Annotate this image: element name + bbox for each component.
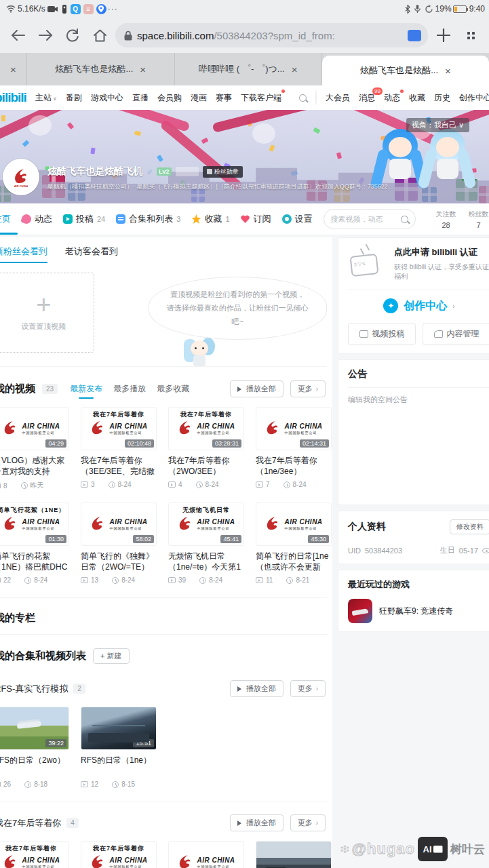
video-card[interactable]: AIR CHINA中国国际航空公司02:14:31我在7年后等着你（1ne/3e…: [256, 407, 332, 490]
tabs-menu-button[interactable]: [459, 24, 482, 47]
space-nav-合集和列表[interactable]: 合集和列表3: [116, 203, 180, 235]
sort-最多播放[interactable]: 最多播放: [113, 383, 146, 395]
view-switch-button[interactable]: 视角：我自己 ∨: [406, 118, 469, 132]
close-tab-icon[interactable]: ×: [292, 64, 298, 75]
space-nav-收藏[interactable]: 收藏1: [191, 203, 229, 235]
header-nav-历史[interactable]: 历史: [434, 92, 450, 104]
header-nav-大会员[interactable]: 大会员: [326, 92, 350, 104]
collection-name[interactable]: RFS-真实飞行模拟: [0, 683, 68, 695]
video-title[interactable]: RFS的日常（1ne）: [81, 755, 157, 776]
set-pinned-video-button[interactable]: + 设置置顶视频: [0, 273, 94, 353]
more-button[interactable]: 更多›: [290, 380, 326, 397]
eye-icon[interactable]: [482, 548, 489, 553]
space-nav-主页[interactable]: 主页: [0, 203, 11, 235]
address-bar[interactable]: space.bilibili.com/503844203?spm_id_from…: [115, 23, 428, 47]
close-tab-icon[interactable]: ×: [445, 65, 451, 77]
bilibili-logo[interactable]: bilibili: [0, 90, 26, 105]
close-tab-icon[interactable]: ×: [140, 64, 146, 75]
user-avatar[interactable]: AIR CHINA: [3, 159, 39, 195]
video-title[interactable]: 我在7年后等着你（2WO/3EE）: [168, 455, 244, 477]
duration-badge: 45:41: [220, 535, 241, 543]
video-card[interactable]: AIR CHINA中国国际航空公司简单飞行花絮（1NE）01:30简单飞行的花絮…: [0, 502, 69, 584]
header-nav-消息[interactable]: 消息99: [359, 92, 375, 104]
member-badge[interactable]: [176, 167, 199, 176]
banner-art: [336, 152, 342, 159]
header-nav-游戏中心[interactable]: 游戏中心: [91, 92, 123, 104]
space-search-input[interactable]: 搜索视频，动态: [324, 209, 416, 229]
video-title[interactable]: 简单飞行的《独舞》日常（2WO/=TE）我还是更新了，真的是更新: [81, 551, 157, 572]
fan-medal-badge[interactable]: 粉丝勋章: [203, 166, 243, 178]
more-button[interactable]: 更多›: [290, 680, 326, 697]
video-card[interactable]: AIR CHINA中国国际航空公司02:14:31我在7年后等着你（1ne/3e…: [168, 841, 244, 868]
video-title[interactable]: 无烦恼飞机日常（1ne/=te）今天第1次玩这个游戏，有点不太会: [168, 551, 244, 572]
new-tab-button[interactable]: [432, 24, 455, 47]
upload-video-button[interactable]: 视频投稿: [348, 323, 416, 345]
header-nav-番剧[interactable]: 番剧: [66, 92, 82, 104]
header-nav-创作中心[interactable]: 创作中心: [459, 92, 489, 104]
search-icon[interactable]: [299, 94, 307, 102]
header-nav-会员购[interactable]: 会员购: [157, 92, 182, 104]
header-nav-直播[interactable]: 直播: [132, 92, 149, 104]
video-title[interactable]: （VLOG）感谢大家一直对我的支持: [0, 455, 69, 477]
header-nav-收藏[interactable]: 收藏: [409, 92, 425, 104]
video-card[interactable]: AIR CHINA中国国际航空公司04:29（VLOG）感谢大家一直对我的支持8…: [0, 407, 69, 490]
video-title[interactable]: 我在7年后等着你（1ne/3ee）: [256, 455, 332, 477]
home-button[interactable]: [88, 24, 111, 47]
space-nav-动态[interactable]: 动态: [22, 203, 52, 235]
back-button[interactable]: [7, 24, 30, 47]
video-title[interactable]: 我在7年后等着你（3EE/3EE、完结撒花）: [81, 455, 157, 477]
stat-关注数[interactable]: 关注数28: [436, 210, 456, 229]
stat-粉丝数[interactable]: 粉丝数7: [469, 210, 489, 229]
video-card[interactable]: 39:22RFS的日常（2wo）268-18: [0, 707, 69, 788]
more-button[interactable]: 更多›: [290, 814, 326, 831]
reload-button[interactable]: [61, 24, 84, 47]
video-card[interactable]: 37:58极限看楼日常（3ee）/我的世界花絮/我在7年后等着你预告158-19: [256, 841, 332, 868]
notification-dot: [281, 90, 285, 93]
browser-tab[interactable]: 炫酷飞车也是炫酷...×: [27, 53, 175, 85]
play-all-button[interactable]: 播放全部: [230, 680, 283, 697]
video-title[interactable]: 简单飞行的花絮（1NE）搭巴航DHC Dash 8: [0, 551, 69, 572]
new-collection-button[interactable]: + 新建: [93, 648, 130, 664]
video-card[interactable]: AIR CHINA中国国际航空公司我在7年后等着你03:28:31我在7年后等着…: [168, 407, 244, 490]
edit-profile-button[interactable]: 修改资料: [450, 519, 489, 534]
browser-tab[interactable]: 炫酷飞车也是炫酷...×: [322, 56, 489, 85]
close-tab-icon[interactable]: ×: [10, 64, 16, 75]
space-nav-投稿[interactable]: 投稿24: [63, 203, 105, 235]
date-icon: [109, 481, 115, 488]
creation-center-link[interactable]: ✦ 创作中心 ›: [348, 298, 489, 313]
video-card[interactable]: AIR CHINA中国国际航空公司58:02简单飞行的《独舞》日常（2WO/=T…: [81, 502, 157, 584]
video-card[interactable]: AIR CHINA中国国际航空公司我在7年后等着你02:10:48我在7年后等着…: [0, 841, 69, 868]
video-meta: 398-24: [168, 576, 244, 584]
video-card[interactable]: 15:51RFS的日常（1ne）128-15: [81, 707, 157, 788]
video-card[interactable]: AIR CHINA中国国际航空公司无烦恼飞机日常45:41无烦恼飞机日常（1ne…: [168, 502, 244, 584]
content-manage-button[interactable]: 内容管理: [423, 323, 489, 345]
header-avatar[interactable]: [315, 90, 317, 105]
header-nav-主站[interactable]: 主站 ∨: [35, 92, 57, 104]
sort-最新发布[interactable]: 最新发布: [70, 383, 102, 395]
sort-最多收藏[interactable]: 最多收藏: [157, 383, 189, 395]
header-nav-赛事[interactable]: 赛事: [216, 92, 232, 104]
notice-placeholder[interactable]: 编辑我的空间公告: [348, 395, 489, 496]
play-all-button[interactable]: 播放全部: [230, 814, 283, 831]
cert-title[interactable]: 点此申请 bilibili 认证: [394, 246, 489, 258]
space-nav-设置[interactable]: 设置: [282, 203, 313, 235]
game-item[interactable]: 狂野飙车9: 竞速传奇: [348, 599, 489, 623]
forward-button[interactable]: [34, 24, 57, 47]
videos-count: 23: [42, 384, 58, 394]
header-nav-动态[interactable]: 动态: [384, 92, 400, 104]
collection-name[interactable]: 我在7年后等着你: [0, 817, 61, 829]
video-card[interactable]: AIR CHINA中国国际航空公司我在7年后等着你03:28:31我在7年后等着…: [81, 841, 157, 868]
pinned-tab[interactable]: 新粉丝会看到: [0, 245, 47, 263]
browser-tab[interactable]: 哔哩哔哩 ( ゜- ゜)つ...×: [175, 53, 323, 85]
space-nav-订阅[interactable]: 订阅: [241, 203, 271, 235]
browser-tab[interactable]: ×: [0, 53, 27, 85]
url-extension-chip[interactable]: [408, 30, 421, 41]
video-card[interactable]: AIR CHINA中国国际航空公司我在7年后等着你02:10:48我在7年后等着…: [81, 407, 157, 490]
header-nav-下载客户端[interactable]: 下载客户端: [241, 92, 281, 104]
video-title[interactable]: 简单飞行的日常[1ne（也或许不会更新了）]: [256, 551, 332, 572]
play-all-button[interactable]: 播放全部: [230, 380, 283, 397]
header-nav-漫画[interactable]: 漫画: [191, 92, 207, 104]
video-card[interactable]: AIR CHINA中国国际航空公司45:30简单飞行的日常[1ne（也或许不会更…: [256, 502, 332, 584]
pinned-tab[interactable]: 老访客会看到: [65, 245, 118, 263]
video-title[interactable]: RFS的日常（2wo）: [0, 755, 69, 776]
